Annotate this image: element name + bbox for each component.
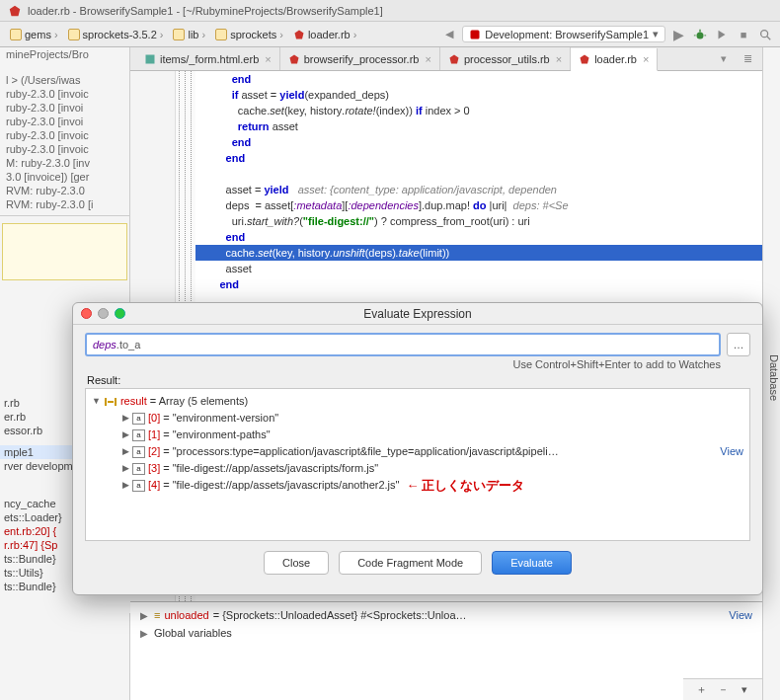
close-icon[interactable]: ×	[265, 53, 271, 65]
debug-variables-panel[interactable]: ▶ ≡ unloaded = {Sprockets::UnloadedAsset…	[130, 601, 762, 700]
result-item[interactable]: ▶a[2] = "processors:type=application/jav…	[92, 443, 743, 460]
erb-file-icon	[144, 53, 156, 65]
run-config-selector[interactable]: Development: BrowserifySample1 ▾	[462, 26, 665, 42]
dialog-title-bar[interactable]: Evaluate Expression	[73, 303, 762, 325]
code-fragment-mode-button[interactable]: Code Fragment Mode	[339, 551, 482, 575]
expand-icon[interactable]: ▶	[140, 628, 150, 639]
variable-row[interactable]: ▶ ≡ unloaded = {Sprockets::UnloadedAsset…	[140, 606, 752, 624]
ruby-file-icon	[288, 53, 300, 65]
view-link[interactable]: View	[729, 609, 752, 621]
remove-button[interactable]: －	[715, 682, 731, 698]
run-button[interactable]: ▶	[669, 26, 687, 43]
result-item[interactable]: ▶a[3] = "file-digest://app/assets/javasc…	[92, 460, 743, 477]
tab-form-html[interactable]: items/_form.html.erb×	[136, 47, 280, 70]
folder-icon	[10, 29, 22, 40]
chevron-right-icon: ›	[353, 29, 357, 40]
evaluate-button[interactable]: Evaluate	[492, 551, 572, 575]
svg-line-9	[767, 36, 771, 39]
ruby-file-icon	[8, 4, 22, 18]
result-tree[interactable]: ▼ result = Array (5 elements) ▶a[0] = "e…	[85, 388, 750, 541]
expand-icon[interactable]: ▶	[122, 427, 129, 443]
expand-icon[interactable]: ▶	[140, 610, 150, 621]
chevron-right-icon: ›	[279, 29, 283, 40]
tabs-list-button[interactable]: ≣	[739, 50, 756, 68]
collapse-icon[interactable]: ▼	[92, 393, 101, 410]
tabs-dropdown-button[interactable]: ▾	[715, 50, 733, 68]
breadcrumb-item[interactable]: lib›	[169, 28, 209, 41]
filter-button[interactable]: ▾	[737, 682, 752, 698]
hint-label: Use Control+Shift+Enter to add to Watche…	[73, 356, 762, 374]
expand-icon[interactable]: ▶	[122, 477, 129, 494]
folder-icon	[215, 29, 227, 40]
search-button[interactable]	[756, 26, 774, 43]
close-icon[interactable]: ×	[643, 53, 649, 65]
svg-rect-16	[108, 401, 114, 403]
close-icon[interactable]: ×	[556, 53, 562, 65]
svg-marker-12	[449, 54, 458, 63]
svg-point-8	[761, 30, 768, 37]
result-label: Result:	[73, 374, 762, 388]
breadcrumb-item[interactable]: gems›	[6, 28, 62, 41]
chevron-down-icon: ▾	[653, 28, 659, 40]
string-icon: a	[132, 480, 145, 492]
expression-history-button[interactable]: …	[727, 333, 750, 356]
expand-icon[interactable]: ▶	[122, 460, 129, 477]
expression-input[interactable]: deps.to_a	[85, 333, 721, 356]
ruby-file-icon	[293, 29, 305, 40]
array-icon	[104, 396, 117, 408]
view-link[interactable]: View	[720, 443, 743, 460]
svg-point-3	[697, 32, 704, 39]
annotation-text: 正しくないデータ	[422, 477, 524, 494]
breadcrumb-item[interactable]: loader.rb›	[289, 28, 360, 41]
svg-marker-1	[294, 30, 303, 39]
execution-line: cache.set(key, history.unshift(deps).tak…	[195, 245, 762, 261]
variable-row[interactable]: ▶ Global variables	[140, 624, 752, 642]
folder-icon	[173, 29, 185, 40]
evaluate-expression-dialog: Evaluate Expression deps.to_a … Use Cont…	[72, 302, 763, 595]
breadcrumb-item[interactable]: sprockets›	[211, 28, 287, 41]
add-button[interactable]: ＋	[693, 682, 709, 698]
stop-button[interactable]: ■	[735, 26, 752, 43]
result-item[interactable]: ▶a[0] = "environment-version"	[92, 410, 743, 427]
window-title-bar: loader.rb - BrowserifySample1 - [~/Rubym…	[0, 0, 780, 22]
ruby-file-icon	[579, 53, 590, 65]
chevron-right-icon: ›	[160, 29, 164, 40]
close-icon[interactable]: ×	[425, 53, 430, 65]
tab-loader[interactable]: loader.rb×	[571, 48, 658, 71]
tab-browserify-processor[interactable]: browserify_processor.rb×	[280, 47, 440, 70]
ruby-file-icon	[448, 53, 460, 65]
svg-rect-15	[115, 398, 117, 406]
string-icon: a	[132, 429, 145, 441]
svg-marker-13	[581, 55, 589, 64]
chevron-right-icon: ›	[54, 29, 58, 40]
breadcrumb-item[interactable]: sprockets-3.5.2›	[64, 28, 168, 41]
svg-rect-10	[146, 54, 155, 63]
run-with-coverage-button[interactable]	[713, 26, 731, 43]
dialog-title: Evaluate Expression	[73, 307, 762, 321]
folder-icon	[68, 29, 80, 40]
result-item[interactable]: ▶a[4] = "file-digest://app/assets/javasc…	[92, 477, 743, 494]
result-item[interactable]: ▶a[1] = "environment-paths"	[92, 427, 743, 443]
result-root[interactable]: ▼ result = Array (5 elements)	[92, 393, 743, 410]
string-icon: a	[132, 463, 145, 475]
rails-icon	[469, 29, 481, 40]
svg-marker-7	[719, 30, 726, 39]
string-icon: a	[132, 446, 145, 458]
annotation-arrow-icon: ←	[402, 477, 419, 494]
database-tool-tab[interactable]: Database	[762, 47, 780, 700]
code-content[interactable]: end if asset = yield(expanded_deps) cach…	[195, 71, 762, 292]
editor-tabs: items/_form.html.erb× browserify_process…	[130, 47, 762, 71]
window-title: loader.rb - BrowserifySample1 - [~/Rubym…	[28, 5, 383, 17]
expand-icon[interactable]: ▶	[122, 443, 129, 460]
expand-icon[interactable]: ▶	[122, 410, 129, 427]
string-icon: a	[132, 413, 145, 425]
svg-marker-11	[289, 54, 298, 63]
svg-rect-2	[471, 30, 480, 39]
debug-button[interactable]	[691, 26, 709, 43]
close-button[interactable]: Close	[264, 551, 329, 575]
svg-marker-0	[10, 5, 21, 16]
svg-rect-14	[105, 398, 107, 406]
nav-back-button[interactable]: ◀	[440, 26, 458, 43]
tab-processor-utils[interactable]: processor_utils.rb×	[440, 47, 571, 70]
chevron-right-icon: ›	[201, 29, 205, 40]
